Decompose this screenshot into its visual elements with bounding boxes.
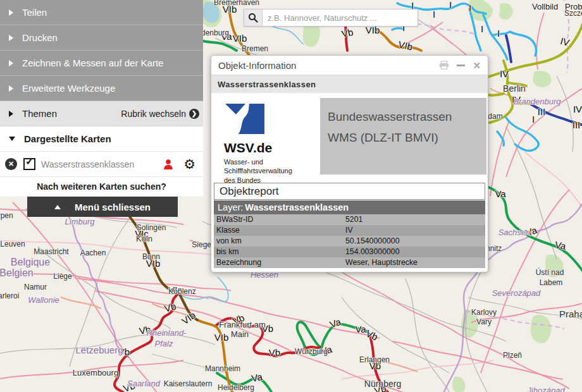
attribute-label: von km — [214, 236, 242, 245]
chevron-right-circle-icon: ❯ — [189, 109, 199, 119]
sidebar-item-label: Drucken — [22, 32, 58, 43]
attribute-value: 50.1540000000 — [345, 236, 399, 247]
search-icon — [248, 13, 258, 23]
sidebar-item-label: Themen — [22, 108, 57, 119]
print-icon[interactable] — [439, 61, 449, 70]
layer-checkbox[interactable]: ✓ — [23, 158, 35, 170]
chevron-up-icon — [54, 205, 61, 209]
settings-gear-icon[interactable]: ⚙ — [183, 158, 195, 171]
dialog-layer-header: Wasserstrassenklassen — [211, 75, 488, 93]
chevron-right-icon — [9, 111, 13, 117]
app-window: VIbVaVIbVbVIbVIbIIIIIIIIVIVIVIVIIIIIIIVa… — [0, 0, 582, 392]
attribute-value: 154.003000000 — [345, 247, 399, 257]
attribute-row: BWaStr-ID5201 — [214, 214, 485, 225]
close-menu-label: Menü schliessen — [75, 202, 151, 212]
section-title: Dargestellte Karten — [24, 133, 111, 144]
attribute-row: KlasseIV — [214, 225, 485, 236]
sidebar-item-themen[interactable]: Themen Rubrik wechseln ❯ — [0, 101, 203, 126]
layer-name-label: Wasserstrassenklassen — [41, 159, 162, 169]
sidebar-item[interactable]: Drucken — [0, 25, 203, 51]
chevron-down-icon — [9, 137, 15, 141]
sidebar-item-label: Zeichnen & Messen auf der Karte — [22, 58, 163, 68]
more-maps-label: Nach weiteren Karten suchen? — [37, 181, 166, 192]
attribute-table: BWaStr-ID5201KlasseIVvon km50.1540000000… — [214, 214, 485, 268]
chevron-right-icon — [9, 9, 13, 16]
search-button[interactable] — [244, 9, 263, 27]
chevron-right-icon — [9, 60, 13, 66]
object-information-dialog: Objekt-Information ✕ Wasserstrassenklass… — [211, 55, 488, 273]
attribute-label: BWaStr-ID — [214, 215, 253, 224]
dialog-title: Objekt-Information — [218, 60, 431, 71]
checkmark-icon: ✓ — [25, 156, 34, 168]
attribute-value: IV — [345, 225, 353, 236]
sidebar-item-dargestellte-karten[interactable]: Dargestellte Karten — [0, 126, 203, 152]
sidebar-menu: TeilenDruckenZeichnen & Messen auf der K… — [0, 0, 203, 196]
wms-service-title: Bundeswasserstrassen WMS (DLZ-IT BMVI) — [320, 98, 486, 175]
attribute-row: bis km154.003000000 — [214, 247, 485, 257]
sidebar-item-label: Erweiterte Werkzeuge — [22, 83, 115, 94]
wsv-logo-icon — [224, 103, 271, 135]
wsv-logo-block: WSV.de Wasser- und Schifffahrtsverwaltun… — [224, 103, 319, 185]
rubrik-wechseln-link[interactable]: Rubrik wechseln ❯ — [121, 109, 203, 119]
layer-row: ✕ ✓ Wasserstrassenklassen ⚙ — [0, 152, 203, 177]
search-input[interactable] — [263, 9, 418, 27]
wsv-logo-name: WSV.de — [224, 140, 319, 156]
dialog-body: WSV.de Wasser- und Schifffahrtsverwaltun… — [211, 93, 488, 273]
chevron-right-icon — [9, 85, 13, 92]
sidebar-item[interactable]: Erweiterte Werkzeuge — [0, 76, 203, 101]
close-icon[interactable]: ✕ — [473, 61, 481, 70]
sidebar-item-label: Teilen — [22, 7, 47, 18]
rubrik-wechseln-label: Rubrik wechseln — [121, 109, 186, 119]
remove-layer-icon[interactable]: ✕ — [5, 158, 17, 170]
user-icon[interactable] — [162, 158, 175, 171]
attribute-row: von km50.1540000000 — [214, 236, 485, 247]
object-report-header: Objektreport — [214, 183, 485, 200]
attribute-label: Bezeichnung — [214, 258, 261, 267]
sidebar-item[interactable]: Teilen — [0, 0, 203, 25]
attribute-label: bis km — [214, 247, 239, 256]
wsv-logo-subtitle: Wasser- und Schifffahrtsverwaltung des B… — [224, 157, 319, 185]
chevron-right-icon — [9, 35, 13, 41]
sidebar-item[interactable]: Zeichnen & Messen auf der Karte — [0, 51, 203, 76]
dialog-titlebar[interactable]: Objekt-Information ✕ — [211, 56, 488, 75]
close-menu-button[interactable]: Menü schliessen — [27, 197, 178, 217]
attribute-row: BezeichnungWeser, Hauptstrecke — [214, 257, 485, 268]
layer-result-header: Layer:Wasserstrassenklassen — [214, 200, 485, 214]
attribute-value: Weser, Hauptstrecke — [345, 257, 418, 268]
attribute-value: 5201 — [345, 214, 362, 225]
attribute-label: Klasse — [214, 226, 240, 235]
more-maps-link[interactable]: Nach weiteren Karten suchen? — [0, 177, 203, 196]
minimize-icon[interactable] — [457, 64, 465, 66]
search-bar — [244, 9, 418, 27]
fullscreen-link[interactable]: Vollbild — [532, 2, 558, 11]
report-problem-link[interactable]: Probl — [565, 2, 582, 11]
sidebar-menu-items: TeilenDruckenZeichnen & Messen auf der K… — [0, 0, 203, 101]
